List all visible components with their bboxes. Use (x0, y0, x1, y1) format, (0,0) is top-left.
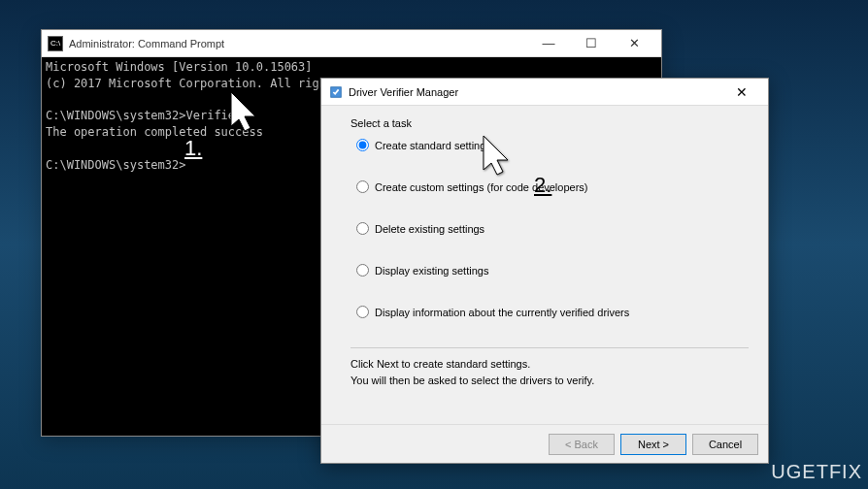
minimize-button[interactable]: — (527, 32, 570, 55)
radio-standard-label: Create standard settings (375, 140, 491, 151)
cancel-button[interactable]: Cancel (692, 434, 758, 455)
maximize-button[interactable]: ☐ (570, 32, 613, 55)
dialog-close-button[interactable]: ✕ (723, 81, 760, 104)
radio-standard-input[interactable] (356, 139, 369, 151)
task-label: Select a task (351, 117, 749, 129)
radio-custom-input[interactable] (356, 180, 369, 193)
cmd-titlebar[interactable]: C:\ Administrator: Command Prompt — ☐ ✕ (42, 30, 661, 57)
dialog-hint: Click Next to create standard settings. … (351, 356, 749, 388)
watermark: UGETFIX (771, 461, 862, 483)
radio-custom-label: Create custom settings (for code develop… (375, 181, 588, 193)
dialog-title: Driver Verifier Manager (349, 86, 723, 98)
radio-delete-label: Delete existing settings (375, 223, 484, 235)
verifier-icon (329, 85, 343, 99)
dialog-titlebar[interactable]: Driver Verifier Manager ✕ (321, 79, 768, 106)
cmd-icon: C:\ (48, 36, 63, 51)
radio-display-label: Display existing settings (375, 265, 488, 277)
radio-info-label: Display information about the currently … (375, 307, 629, 318)
dialog-divider (351, 347, 749, 348)
radio-custom-settings[interactable]: Create custom settings (for code develop… (356, 180, 749, 193)
radio-display-info[interactable]: Display information about the currently … (356, 306, 749, 318)
radio-delete-input[interactable] (356, 222, 369, 235)
radio-standard-settings[interactable]: Create standard settings (356, 139, 749, 151)
task-radio-group: Create standard settings Create custom s… (351, 139, 749, 318)
radio-delete-settings[interactable]: Delete existing settings (356, 222, 749, 235)
dialog-footer: < Back Next > Cancel (321, 424, 768, 463)
back-button: < Back (549, 434, 615, 455)
radio-display-settings[interactable]: Display existing settings (356, 264, 749, 277)
close-button[interactable]: ✕ (613, 32, 655, 55)
radio-info-input[interactable] (356, 306, 369, 318)
next-button[interactable]: Next > (620, 434, 686, 455)
dialog-body: Select a task Create standard settings C… (321, 106, 768, 396)
cmd-title: Administrator: Command Prompt (69, 38, 527, 49)
radio-display-input[interactable] (356, 264, 369, 277)
driver-verifier-dialog: Driver Verifier Manager ✕ Select a task … (320, 78, 769, 464)
